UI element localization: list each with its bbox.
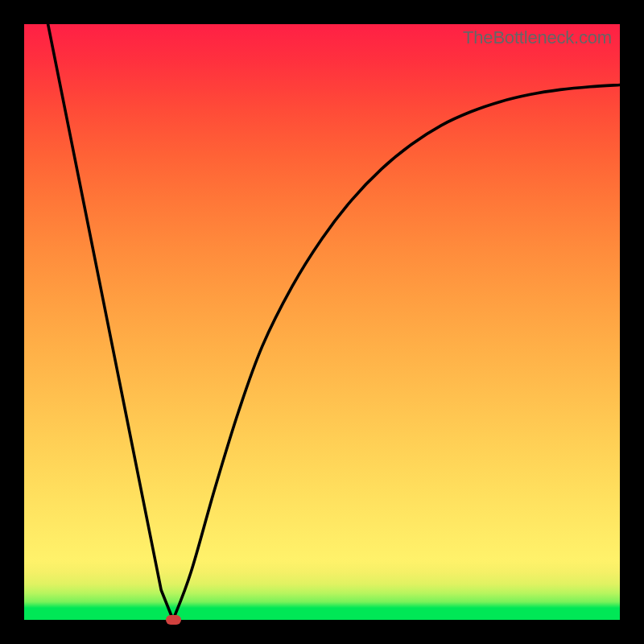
optimal-point-dot	[166, 615, 181, 625]
bottleneck-curve	[24, 24, 620, 620]
chart-canvas: TheBottleneck.com	[24, 24, 620, 620]
